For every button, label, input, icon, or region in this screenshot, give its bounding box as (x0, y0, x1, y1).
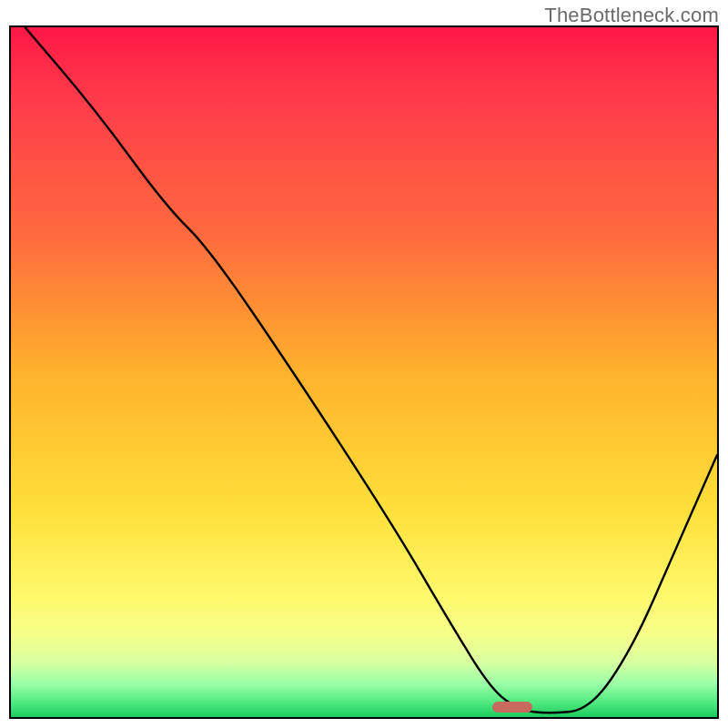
chart-container: TheBottleneck.com (0, 0, 728, 728)
chart-frame (9, 25, 719, 719)
curve-svg (11, 27, 717, 717)
watermark-text: TheBottleneck.com (544, 4, 719, 27)
minimum-marker (492, 702, 532, 713)
bottleneck-curve (25, 27, 718, 713)
